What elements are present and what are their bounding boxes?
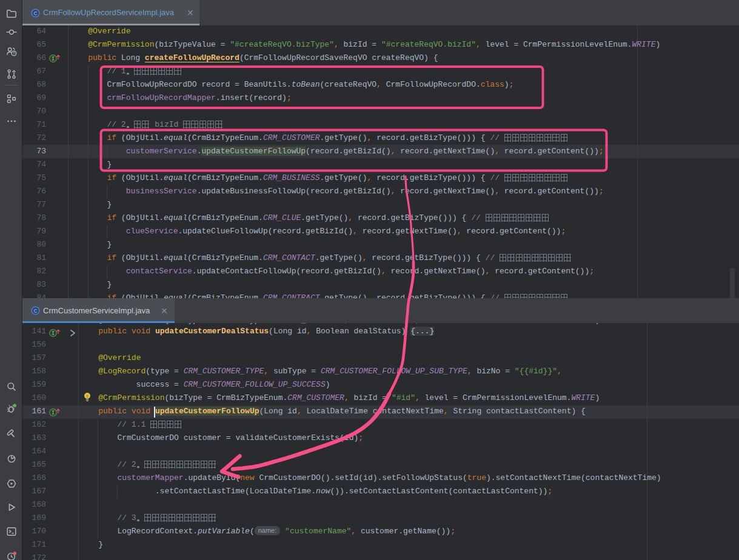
svg-text:C: C [34, 10, 38, 16]
svg-text:?: ? [13, 51, 15, 55]
svg-text:C: C [34, 308, 38, 314]
